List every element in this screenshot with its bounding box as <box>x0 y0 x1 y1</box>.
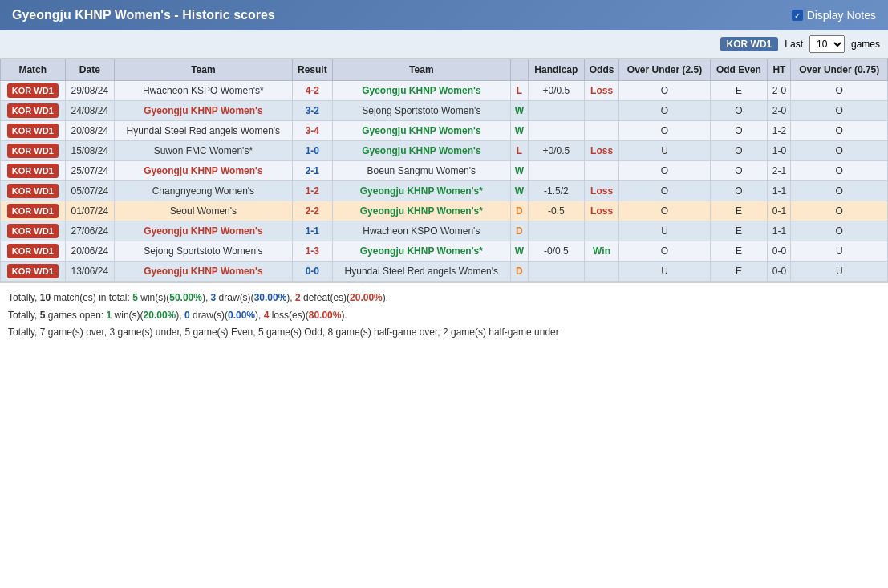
handicap-value: -0.5 <box>529 201 585 221</box>
table-row: KOR WD1 01/07/24 Seoul Women's 2-2 Gyeon… <box>1 201 888 221</box>
col-handicap: Handicap <box>529 59 585 81</box>
handicap-value <box>529 101 585 121</box>
match-score: 3-2 <box>292 101 332 121</box>
match-score: 1-3 <box>292 241 332 262</box>
kor-wd1-badge: KOR WD1 <box>720 37 779 51</box>
over-under-25: O <box>619 181 710 201</box>
team1-name: Seoul Women's <box>115 201 293 221</box>
col-result-outcome <box>510 59 528 81</box>
team1-name: Hyundai Steel Red angels Women's <box>115 121 293 141</box>
odd-even-value: O <box>710 121 768 141</box>
odd-even-value: E <box>710 81 768 101</box>
col-ht: HT <box>768 59 791 81</box>
result-outcome: D <box>510 221 528 241</box>
over-under-075: O <box>791 161 888 181</box>
display-notes-checkbox[interactable]: ✓ Display Notes <box>792 9 876 22</box>
ht-score: 2-0 <box>768 81 791 101</box>
table-row: KOR WD1 15/08/24 Suwon FMC Women's* 1-0 … <box>1 141 888 161</box>
result-outcome: L <box>510 81 528 101</box>
team2-name: Gyeongju KHNP Women's <box>333 121 511 141</box>
team2-name: Gyeongju KHNP Women's* <box>333 201 511 221</box>
table-header-row: Match Date Team Result Team Handicap Odd… <box>1 59 888 81</box>
table-row: KOR WD1 27/06/24 Gyeongju KHNP Women's 1… <box>1 221 888 241</box>
result-outcome: W <box>510 161 528 181</box>
match-date: 29/08/24 <box>65 81 115 101</box>
team2-name: Gyeongju KHNP Women's <box>333 81 511 101</box>
over-under-075: U <box>791 241 888 262</box>
odd-even-value: O <box>710 181 768 201</box>
match-date: 25/07/24 <box>65 161 115 181</box>
odd-even-value: O <box>710 101 768 121</box>
odd-even-value: E <box>710 241 768 262</box>
over-under-075: O <box>791 181 888 201</box>
league-badge: KOR WD1 <box>1 81 66 101</box>
odd-even-value: O <box>710 141 768 161</box>
games-select[interactable]: 10 5 15 20 <box>809 35 845 53</box>
over-under-075: U <box>791 262 888 282</box>
team2-name: Sejong Sportstoto Women's <box>333 101 511 121</box>
odd-even-value: E <box>710 201 768 221</box>
col-team2: Team <box>333 59 511 81</box>
team1-name: Sejong Sportstoto Women's <box>115 241 293 262</box>
over-under-075: O <box>791 141 888 161</box>
ht-score: 2-0 <box>768 101 791 121</box>
handicap-value <box>529 121 585 141</box>
match-date: 20/06/24 <box>65 241 115 262</box>
league-badge: KOR WD1 <box>1 201 66 221</box>
match-date: 15/08/24 <box>65 141 115 161</box>
over-under-25: U <box>619 221 710 241</box>
result-outcome: W <box>510 181 528 201</box>
handicap-value: -0/0.5 <box>529 241 585 262</box>
odds-outcome <box>584 221 619 241</box>
match-date: 13/06/24 <box>65 262 115 282</box>
league-badge: KOR WD1 <box>1 221 66 241</box>
match-score: 1-1 <box>292 221 332 241</box>
ht-score: 0-0 <box>768 241 791 262</box>
team2-name: Gyeongju KHNP Women's* <box>333 241 511 262</box>
last-label: Last <box>785 39 803 50</box>
ht-score: 1-0 <box>768 141 791 161</box>
match-score: 1-2 <box>292 181 332 201</box>
team1-name: Changnyeong Women's <box>115 181 293 201</box>
league-badge: KOR WD1 <box>1 262 66 282</box>
over-under-25: O <box>619 101 710 121</box>
match-date: 24/08/24 <box>65 101 115 121</box>
ht-score: 2-1 <box>768 161 791 181</box>
odd-even-value: O <box>710 161 768 181</box>
result-outcome: W <box>510 101 528 121</box>
odds-outcome: Loss <box>584 81 619 101</box>
over-under-25: U <box>619 141 710 161</box>
team2-name: Gyeongju KHNP Women's <box>333 141 511 161</box>
ht-score: 1-1 <box>768 221 791 241</box>
table-row: KOR WD1 20/08/24 Hyundai Steel Red angel… <box>1 121 888 141</box>
col-odd-even: Odd Even <box>710 59 768 81</box>
match-score: 3-4 <box>292 121 332 141</box>
team1-name: Hwacheon KSPO Women's* <box>115 81 293 101</box>
footer-stats: Totally, 10 match(es) in total: 5 win(s)… <box>0 282 888 348</box>
ht-score: 1-1 <box>768 181 791 201</box>
ht-score: 0-0 <box>768 262 791 282</box>
ht-score: 0-1 <box>768 201 791 221</box>
odds-outcome: Win <box>584 241 619 262</box>
handicap-value <box>529 161 585 181</box>
handicap-value <box>529 262 585 282</box>
team1-name: Gyeongju KHNP Women's <box>115 221 293 241</box>
col-team1: Team <box>115 59 293 81</box>
over-under-075: O <box>791 121 888 141</box>
table-row: KOR WD1 29/08/24 Hwacheon KSPO Women's* … <box>1 81 888 101</box>
odd-even-value: E <box>710 262 768 282</box>
team2-name: Hwacheon KSPO Women's <box>333 221 511 241</box>
footer-line2: Totally, 5 games open: 1 win(s)(20.00%),… <box>8 307 880 325</box>
result-outcome: W <box>510 241 528 262</box>
handicap-value <box>529 221 585 241</box>
table-row: KOR WD1 24/08/24 Gyeongju KHNP Women's 3… <box>1 101 888 121</box>
col-over-under-075: Over Under (0.75) <box>791 59 888 81</box>
match-date: 20/08/24 <box>65 121 115 141</box>
team2-name: Gyeongju KHNP Women's* <box>333 181 511 201</box>
match-score: 4-2 <box>292 81 332 101</box>
header-right: ✓ Display Notes <box>792 9 876 22</box>
match-score: 1-0 <box>292 141 332 161</box>
table-row: KOR WD1 13/06/24 Gyeongju KHNP Women's 0… <box>1 262 888 282</box>
result-outcome: D <box>510 262 528 282</box>
over-under-25: O <box>619 161 710 181</box>
